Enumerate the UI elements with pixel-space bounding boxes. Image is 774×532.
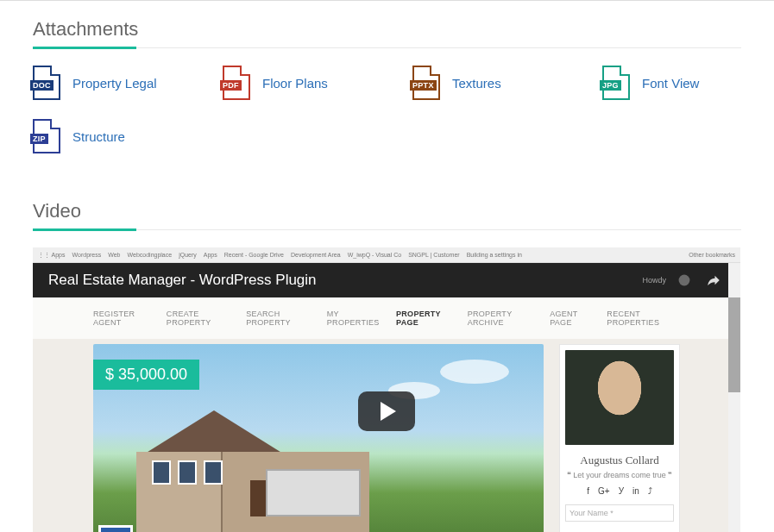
agent-photo: [565, 350, 674, 445]
jpg-icon: JPG: [602, 66, 630, 100]
agent-card: Augustus Collard ❝ Let your dreams come …: [559, 344, 680, 532]
attachment-item: DOC Property Legal: [33, 66, 171, 100]
attachment-link-structure[interactable]: Structure: [72, 129, 125, 144]
video-main: $ 35,000.00: [93, 344, 544, 532]
nav-active: PROPERTY PAGE: [396, 310, 454, 327]
attachment-item: JPG Font View: [602, 66, 740, 100]
google-plus-icon[interactable]: G+: [598, 486, 610, 496]
attachment-link-font-view[interactable]: Font View: [642, 76, 699, 91]
facebook-icon[interactable]: f: [587, 486, 589, 496]
agent-name: Augustus Collard: [565, 454, 674, 467]
howdy-text: Howdy: [642, 276, 666, 285]
share-arrow-icon[interactable]: ⤴: [648, 486, 652, 496]
attachment-item: PPTX Textures: [412, 66, 551, 100]
user-avatar-icon: [678, 274, 690, 286]
attachments-rule: [33, 47, 741, 48]
scrollbar-thumb[interactable]: [728, 297, 740, 392]
twitter-icon[interactable]: У: [619, 486, 624, 496]
agent-name-input[interactable]: Your Name *: [565, 504, 674, 522]
demo-nav: REGISTER AGENT CREATE PROPERTY SEARCH PR…: [33, 297, 740, 339]
svg-point-0: [679, 275, 690, 286]
price-tag: $ 35,000.00: [93, 360, 199, 390]
video-scrollbar[interactable]: [728, 263, 740, 532]
attachment-link-floor-plans[interactable]: Floor Plans: [262, 76, 328, 91]
pdf-icon: PDF: [223, 66, 250, 100]
share-icon[interactable]: [702, 272, 725, 288]
agent-social: f G+ У in ⤴: [565, 486, 674, 496]
attachment-link-textures[interactable]: Textures: [452, 76, 501, 91]
video-heading: Video: [33, 200, 741, 222]
attachment-item: ZIP Structure: [33, 119, 171, 153]
video-rule: [33, 229, 741, 230]
video-title: Real Estate Manager - WordPress Plugin: [48, 272, 317, 289]
doc-icon: DOC: [33, 66, 60, 100]
attachments-grid: DOC Property Legal PDF Floor Plans PPTX …: [33, 66, 741, 166]
browser-bookmarks-bar: ⋮⋮ Apps Wordpress Web Webcodingplace jQu…: [33, 247, 740, 263]
video-player[interactable]: ⋮⋮ Apps Wordpress Web Webcodingplace jQu…: [33, 247, 740, 532]
video-title-bar: Real Estate Manager - WordPress Plugin H…: [33, 263, 740, 297]
video-body: $ 35,000.00 Augustus Collard ❝ Let your …: [33, 339, 740, 532]
play-button[interactable]: [358, 391, 415, 431]
pptx-icon: PPTX: [412, 66, 440, 100]
available-sign: [98, 525, 133, 532]
attachment-link-property-legal[interactable]: Property Legal: [72, 76, 157, 91]
attachments-heading: Attachments: [33, 18, 741, 41]
linkedin-icon[interactable]: in: [632, 486, 639, 496]
agent-tagline: ❝ Let your dreams come true ❞: [565, 471, 674, 479]
zip-icon: ZIP: [33, 119, 60, 153]
attachment-item: PDF Floor Plans: [223, 66, 361, 100]
